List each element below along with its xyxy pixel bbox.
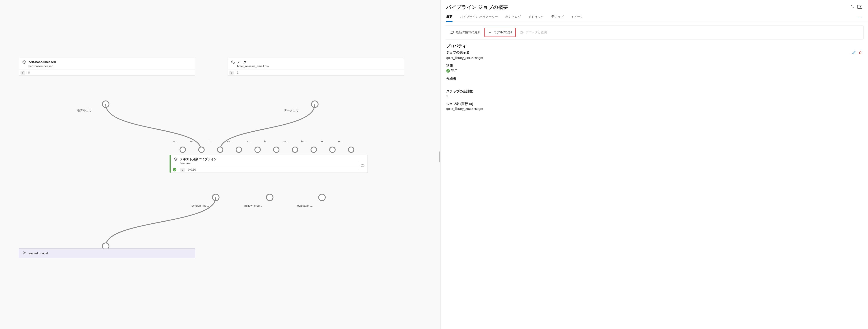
svg-point-12: [213, 194, 219, 201]
section-properties: プロパティ: [441, 42, 868, 51]
success-icon: [173, 168, 176, 171]
debug-button: デバッグと監視: [518, 29, 549, 36]
layers-icon: [174, 157, 178, 161]
svg-point-9: [311, 147, 316, 153]
prop-creator-label: 作成者: [446, 77, 862, 81]
success-icon: [446, 69, 450, 73]
edit-icon[interactable]: [852, 51, 856, 55]
svg-point-20: [25, 253, 26, 253]
prop-status-label: 状態: [446, 64, 862, 68]
prop-jobid-label: ジョブ名 (実行 ID): [446, 102, 862, 106]
svg-point-5: [236, 147, 242, 153]
star-icon[interactable]: [858, 51, 862, 55]
refresh-label: 最新の情報に更新: [456, 30, 480, 34]
node-data[interactable]: データ hotel_reviews_small.csv V 1: [228, 58, 404, 76]
port-label: evaluation...: [297, 204, 313, 207]
port-label: de...: [320, 140, 325, 143]
expand-icon[interactable]: [850, 5, 854, 10]
port-label: モデル出力: [77, 108, 91, 112]
port-label: ev...: [338, 140, 343, 143]
version-badge: V: [229, 71, 234, 75]
svg-point-1: [312, 101, 318, 107]
svg-point-13: [267, 194, 273, 201]
cube-icon: [22, 60, 26, 64]
prop-display-name-value: quiet_library_8rs362spgm: [446, 56, 862, 60]
dock-icon[interactable]: [858, 5, 862, 10]
svg-point-16: [231, 61, 233, 62]
node-title: trained_model: [28, 252, 48, 255]
prop-jobid-value: quiet_library_8rs362spgm: [446, 107, 862, 110]
svg-point-18: [23, 252, 24, 252]
node-subtitle: bert-base-uncased: [28, 64, 56, 68]
port-label: va...: [283, 140, 288, 143]
node-title: bert-base-uncased: [28, 60, 56, 64]
tab-child[interactable]: 子ジョブ: [551, 13, 563, 22]
svg-point-11: [348, 147, 354, 153]
tabs-overflow-button[interactable]: ···: [858, 15, 862, 20]
node-title: テキスト分類パイプライン: [180, 157, 217, 161]
pipeline-canvas[interactable]: bert-base-uncased bert-base-uncased V 8 …: [0, 0, 440, 329]
node-pipeline-child[interactable]: テキスト分類パイプライン finetune V 0.0.10: [169, 155, 368, 173]
panel-title: パイプライン ジョブの概要: [446, 4, 508, 10]
svg-point-2: [180, 147, 185, 153]
node-bert[interactable]: bert-base-uncased bert-base-uncased V 8: [19, 58, 195, 76]
port-label: データ出力: [284, 108, 298, 112]
version-badge: V: [180, 168, 185, 172]
port-label: pytorch_mo...: [192, 204, 209, 207]
side-panel: パイプライン ジョブの概要 概要 パイプライン パラメーター 出力とログ メトリ…: [440, 0, 868, 329]
bug-icon: [520, 30, 524, 34]
register-label: モデルの登録: [494, 30, 512, 34]
version-badge: V: [21, 71, 25, 75]
output-icon: [22, 251, 26, 256]
open-folder-button[interactable]: [358, 161, 368, 170]
node-title: データ: [237, 60, 269, 64]
tabs: 概要 パイプライン パラメーター 出力とログ メトリック 子ジョブ イメージ ·…: [441, 13, 868, 22]
port-label: py...: [172, 140, 177, 143]
tab-overview[interactable]: 概要: [446, 13, 453, 22]
port-label: mlflow_mod...: [244, 204, 262, 207]
svg-point-8: [292, 147, 298, 153]
svg-point-6: [255, 147, 260, 153]
node-trained-model[interactable]: trained_model: [19, 249, 195, 258]
data-icon: [231, 60, 235, 64]
debug-label: デバッグと監視: [525, 30, 547, 34]
tab-images[interactable]: イメージ: [571, 13, 583, 22]
version-number: 8: [28, 71, 30, 74]
prop-steps-value: 1: [446, 94, 862, 98]
tab-params[interactable]: パイプライン パラメーター: [460, 13, 498, 22]
svg-point-3: [198, 147, 204, 153]
port-label: tr...: [264, 140, 268, 143]
svg-point-0: [102, 101, 109, 107]
register-model-button[interactable]: モデルの登録: [485, 28, 516, 37]
plus-icon: [488, 30, 492, 34]
port-label: te...: [301, 140, 306, 143]
svg-point-7: [274, 147, 279, 153]
node-subtitle: hotel_reviews_small.csv: [237, 64, 269, 68]
node-subtitle: finetune: [180, 161, 217, 165]
prop-creator-value: [446, 82, 862, 86]
port-label: va...: [227, 140, 233, 143]
port-label: tr...: [209, 140, 213, 143]
prop-steps-label: ステップの合計数: [446, 89, 862, 94]
version-number: 1: [237, 71, 239, 74]
prop-display-name-label: ジョブの表示名: [446, 51, 469, 55]
refresh-icon: [450, 30, 454, 34]
tab-metrics[interactable]: メトリック: [528, 13, 544, 22]
svg-point-14: [319, 194, 325, 201]
divider: [235, 71, 235, 74]
svg-point-4: [217, 147, 223, 153]
svg-point-19: [23, 254, 24, 254]
port-label: ml...: [190, 140, 196, 143]
prop-status-value: 完了: [451, 69, 458, 73]
svg-point-10: [330, 147, 335, 153]
port-label: te...: [246, 140, 251, 143]
version-number: 0.0.10: [188, 168, 196, 171]
tab-outputs[interactable]: 出力とログ: [505, 13, 521, 22]
svg-point-22: [521, 31, 523, 33]
svg-point-17: [233, 62, 235, 63]
divider: [186, 168, 186, 171]
refresh-button[interactable]: 最新の情報に更新: [448, 29, 483, 36]
toolbar: 最新の情報に更新 モデルの登録 デバッグと監視: [445, 25, 864, 39]
